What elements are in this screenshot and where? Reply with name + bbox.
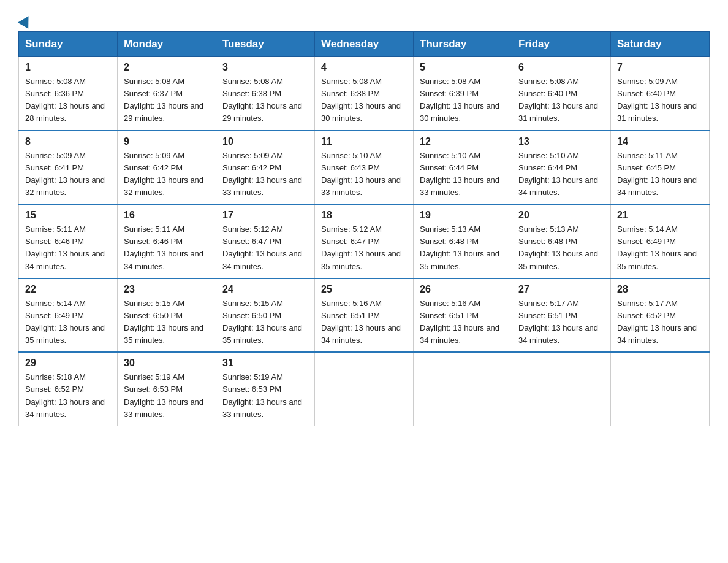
day-info: Sunrise: 5:13 AMSunset: 6:48 PMDaylight:… [420,223,506,273]
calendar-day-cell [414,352,512,426]
calendar-day-cell: 27Sunrise: 5:17 AMSunset: 6:51 PMDayligh… [512,278,611,353]
day-number: 29 [25,358,111,369]
day-info: Sunrise: 5:11 AMSunset: 6:46 PMDaylight:… [124,223,210,273]
calendar-day-cell: 13Sunrise: 5:10 AMSunset: 6:44 PMDayligh… [512,131,611,205]
calendar-week-row: 8Sunrise: 5:09 AMSunset: 6:41 PMDaylight… [19,131,710,205]
calendar-day-cell: 21Sunrise: 5:14 AMSunset: 6:49 PMDayligh… [611,204,710,278]
day-info: Sunrise: 5:08 AMSunset: 6:36 PMDaylight:… [25,75,111,125]
day-info: Sunrise: 5:09 AMSunset: 6:42 PMDaylight:… [222,150,308,199]
calendar-day-cell: 3Sunrise: 5:08 AMSunset: 6:38 PMDaylight… [216,57,315,131]
day-number: 8 [25,136,111,147]
weekday-header-monday: Monday [118,32,216,57]
calendar-day-cell [315,352,414,426]
calendar-day-cell: 17Sunrise: 5:12 AMSunset: 6:47 PMDayligh… [216,204,315,278]
weekday-header-saturday: Saturday [611,32,710,57]
day-info: Sunrise: 5:15 AMSunset: 6:50 PMDaylight:… [124,297,210,347]
day-info: Sunrise: 5:19 AMSunset: 6:53 PMDaylight:… [124,371,210,421]
calendar-day-cell: 28Sunrise: 5:17 AMSunset: 6:52 PMDayligh… [611,278,710,353]
day-number: 9 [124,136,210,147]
calendar-week-row: 22Sunrise: 5:14 AMSunset: 6:49 PMDayligh… [19,278,710,353]
day-number: 2 [124,62,210,73]
day-number: 19 [420,210,506,221]
day-number: 26 [420,284,506,295]
day-info: Sunrise: 5:19 AMSunset: 6:53 PMDaylight:… [222,371,308,421]
day-info: Sunrise: 5:08 AMSunset: 6:39 PMDaylight:… [420,75,506,125]
day-number: 4 [321,62,407,73]
day-info: Sunrise: 5:10 AMSunset: 6:44 PMDaylight:… [420,150,506,199]
calendar-day-cell: 20Sunrise: 5:13 AMSunset: 6:48 PMDayligh… [512,204,611,278]
calendar-day-cell: 30Sunrise: 5:19 AMSunset: 6:53 PMDayligh… [118,352,216,426]
day-info: Sunrise: 5:10 AMSunset: 6:44 PMDaylight:… [518,150,604,199]
day-number: 20 [518,210,604,221]
day-info: Sunrise: 5:16 AMSunset: 6:51 PMDaylight:… [420,297,506,347]
calendar-day-cell: 12Sunrise: 5:10 AMSunset: 6:44 PMDayligh… [414,131,512,205]
day-info: Sunrise: 5:09 AMSunset: 6:42 PMDaylight:… [124,150,210,199]
day-info: Sunrise: 5:17 AMSunset: 6:52 PMDaylight:… [617,297,703,347]
calendar-day-cell: 18Sunrise: 5:12 AMSunset: 6:47 PMDayligh… [315,204,414,278]
calendar-week-row: 29Sunrise: 5:18 AMSunset: 6:52 PMDayligh… [19,352,710,426]
day-number: 17 [222,210,308,221]
weekday-header-tuesday: Tuesday [216,32,315,57]
day-info: Sunrise: 5:11 AMSunset: 6:45 PMDaylight:… [617,150,703,199]
day-number: 28 [617,284,703,295]
day-number: 15 [25,210,111,221]
day-info: Sunrise: 5:09 AMSunset: 6:41 PMDaylight:… [25,150,111,199]
calendar-day-cell: 6Sunrise: 5:08 AMSunset: 6:40 PMDaylight… [512,57,611,131]
weekday-header-thursday: Thursday [414,32,512,57]
calendar-day-cell [512,352,611,426]
day-number: 18 [321,210,407,221]
day-number: 7 [617,62,703,73]
day-number: 1 [25,62,111,73]
day-number: 16 [124,210,210,221]
day-number: 31 [222,358,308,369]
logo [18,12,33,25]
day-number: 11 [321,136,407,147]
calendar-day-cell [611,352,710,426]
day-info: Sunrise: 5:15 AMSunset: 6:50 PMDaylight:… [222,297,308,347]
weekday-header-friday: Friday [512,32,611,57]
calendar-day-cell: 2Sunrise: 5:08 AMSunset: 6:37 PMDaylight… [118,57,216,131]
calendar-week-row: 1Sunrise: 5:08 AMSunset: 6:36 PMDaylight… [19,57,710,131]
day-info: Sunrise: 5:08 AMSunset: 6:40 PMDaylight:… [518,75,604,125]
day-number: 30 [124,358,210,369]
calendar-day-cell: 29Sunrise: 5:18 AMSunset: 6:52 PMDayligh… [19,352,118,426]
day-number: 10 [222,136,308,147]
day-info: Sunrise: 5:08 AMSunset: 6:37 PMDaylight:… [124,75,210,125]
day-info: Sunrise: 5:11 AMSunset: 6:46 PMDaylight:… [25,223,111,273]
day-info: Sunrise: 5:08 AMSunset: 6:38 PMDaylight:… [222,75,308,125]
calendar-day-cell: 22Sunrise: 5:14 AMSunset: 6:49 PMDayligh… [19,278,118,353]
calendar-day-cell: 26Sunrise: 5:16 AMSunset: 6:51 PMDayligh… [414,278,512,353]
day-info: Sunrise: 5:09 AMSunset: 6:40 PMDaylight:… [617,75,703,125]
day-number: 25 [321,284,407,295]
calendar-week-row: 15Sunrise: 5:11 AMSunset: 6:46 PMDayligh… [19,204,710,278]
calendar-day-cell: 25Sunrise: 5:16 AMSunset: 6:51 PMDayligh… [315,278,414,353]
day-info: Sunrise: 5:17 AMSunset: 6:51 PMDaylight:… [518,297,604,347]
weekday-header-row: SundayMondayTuesdayWednesdayThursdayFrid… [19,32,710,57]
day-number: 24 [222,284,308,295]
calendar-day-cell: 1Sunrise: 5:08 AMSunset: 6:36 PMDaylight… [19,57,118,131]
day-info: Sunrise: 5:12 AMSunset: 6:47 PMDaylight:… [321,223,407,273]
day-info: Sunrise: 5:14 AMSunset: 6:49 PMDaylight:… [617,223,703,273]
calendar-day-cell: 7Sunrise: 5:09 AMSunset: 6:40 PMDaylight… [611,57,710,131]
logo-triangle-icon [18,13,34,29]
calendar-table: SundayMondayTuesdayWednesdayThursdayFrid… [18,31,710,426]
day-number: 13 [518,136,604,147]
calendar-day-cell: 19Sunrise: 5:13 AMSunset: 6:48 PMDayligh… [414,204,512,278]
calendar-day-cell: 5Sunrise: 5:08 AMSunset: 6:39 PMDaylight… [414,57,512,131]
calendar-day-cell: 11Sunrise: 5:10 AMSunset: 6:43 PMDayligh… [315,131,414,205]
calendar-day-cell: 9Sunrise: 5:09 AMSunset: 6:42 PMDaylight… [118,131,216,205]
calendar-day-cell: 31Sunrise: 5:19 AMSunset: 6:53 PMDayligh… [216,352,315,426]
day-number: 21 [617,210,703,221]
day-info: Sunrise: 5:13 AMSunset: 6:48 PMDaylight:… [518,223,604,273]
day-number: 14 [617,136,703,147]
calendar-day-cell: 16Sunrise: 5:11 AMSunset: 6:46 PMDayligh… [118,204,216,278]
day-number: 12 [420,136,506,147]
day-number: 23 [124,284,210,295]
day-info: Sunrise: 5:16 AMSunset: 6:51 PMDaylight:… [321,297,407,347]
day-info: Sunrise: 5:12 AMSunset: 6:47 PMDaylight:… [222,223,308,273]
day-info: Sunrise: 5:08 AMSunset: 6:38 PMDaylight:… [321,75,407,125]
day-info: Sunrise: 5:10 AMSunset: 6:43 PMDaylight:… [321,150,407,199]
day-info: Sunrise: 5:14 AMSunset: 6:49 PMDaylight:… [25,297,111,347]
day-number: 3 [222,62,308,73]
calendar-day-cell: 8Sunrise: 5:09 AMSunset: 6:41 PMDaylight… [19,131,118,205]
